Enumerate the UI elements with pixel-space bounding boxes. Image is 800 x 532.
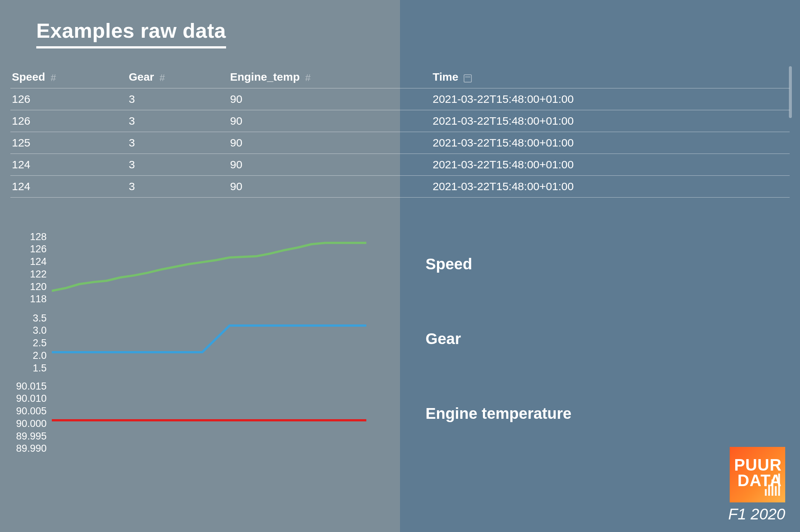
table-row[interactable]: 1263902021-03-22T15:48:00+01:00 bbox=[10, 88, 790, 110]
cell-speed: 124 bbox=[10, 175, 127, 197]
y-tick-label: 1.5 bbox=[33, 362, 47, 375]
col-header-time[interactable]: Time bbox=[431, 66, 790, 88]
cell-time: 2021-03-22T15:48:00+01:00 bbox=[431, 88, 790, 110]
datetime-type-icon bbox=[464, 74, 472, 83]
cell-gear: 3 bbox=[127, 154, 229, 175]
y-tick-label: 90.010 bbox=[16, 393, 47, 405]
chart-title: Speed bbox=[426, 255, 472, 273]
chart-title: Engine temperature bbox=[426, 405, 571, 422]
table-row[interactable]: 1243902021-03-22T15:48:00+01:00 bbox=[10, 175, 790, 197]
number-type-icon bbox=[50, 72, 56, 84]
logo-bars-icon bbox=[765, 474, 780, 496]
y-tick-label: 2.0 bbox=[33, 350, 47, 362]
cell-gear: 3 bbox=[127, 88, 229, 110]
y-axis: 128126124122120118 bbox=[10, 231, 52, 297]
y-tick-label: 124 bbox=[30, 256, 47, 268]
cell-time: 2021-03-22T15:48:00+01:00 bbox=[431, 154, 790, 175]
cell-engine_temp: 90 bbox=[229, 88, 431, 110]
col-header-speed[interactable]: Speed bbox=[10, 66, 127, 88]
y-tick-label: 3.5 bbox=[33, 312, 47, 325]
cell-engine_temp: 90 bbox=[229, 175, 431, 197]
cell-time: 2021-03-22T15:48:00+01:00 bbox=[431, 175, 790, 197]
chart-plot-area bbox=[52, 380, 366, 447]
cell-speed: 126 bbox=[10, 110, 127, 132]
cell-engine_temp: 90 bbox=[229, 132, 431, 154]
col-header-label: Gear bbox=[129, 71, 154, 83]
cell-gear: 3 bbox=[127, 132, 229, 154]
puur-data-logo: PUUR DATA bbox=[730, 447, 785, 502]
y-tick-label: 128 bbox=[30, 231, 47, 243]
y-tick-label: 126 bbox=[30, 243, 47, 256]
number-type-icon bbox=[305, 72, 310, 84]
table-row[interactable]: 1263902021-03-22T15:48:00+01:00 bbox=[10, 110, 790, 132]
raw-data-table: Speed Gear Engine_temp Time bbox=[10, 66, 790, 198]
cell-gear: 3 bbox=[127, 175, 229, 197]
col-header-label: Engine_temp bbox=[230, 71, 300, 83]
col-header-engine-temp[interactable]: Engine_temp bbox=[229, 66, 431, 88]
table-row[interactable]: 1243902021-03-22T15:48:00+01:00 bbox=[10, 154, 790, 175]
cell-speed: 126 bbox=[10, 88, 127, 110]
y-tick-label: 89.995 bbox=[16, 430, 47, 443]
y-tick-label: 90.015 bbox=[16, 380, 47, 393]
cell-engine_temp: 90 bbox=[229, 154, 431, 175]
y-tick-label: 3.0 bbox=[33, 324, 47, 337]
cell-time: 2021-03-22T15:48:00+01:00 bbox=[431, 132, 790, 154]
number-type-icon bbox=[159, 72, 165, 84]
cell-gear: 3 bbox=[127, 110, 229, 132]
y-tick-label: 90.005 bbox=[16, 405, 47, 418]
y-tick-label: 2.5 bbox=[33, 337, 47, 350]
chart-gear: 3.53.02.52.01.5Gear bbox=[10, 312, 790, 366]
footer-caption: F1 2020 bbox=[728, 505, 785, 523]
y-tick-label: 89.990 bbox=[16, 442, 47, 455]
chart-speed: 128126124122120118Speed bbox=[10, 231, 790, 297]
cell-time: 2021-03-22T15:48:00+01:00 bbox=[431, 110, 790, 132]
chart-plot-area bbox=[52, 312, 366, 366]
y-tick-label: 118 bbox=[30, 293, 47, 306]
cell-engine_temp: 90 bbox=[229, 110, 431, 132]
y-tick-label: 90.000 bbox=[16, 418, 47, 430]
table-row[interactable]: 1253902021-03-22T15:48:00+01:00 bbox=[10, 132, 790, 154]
y-axis: 3.53.02.52.01.5 bbox=[10, 312, 52, 366]
chart-engine-temperature: 90.01590.01090.00590.00089.99589.990Engi… bbox=[10, 380, 790, 447]
y-tick-label: 122 bbox=[30, 268, 47, 281]
y-tick-label: 120 bbox=[30, 281, 47, 293]
cell-speed: 124 bbox=[10, 154, 127, 175]
col-header-label: Speed bbox=[12, 71, 45, 83]
cell-speed: 125 bbox=[10, 132, 127, 154]
page-title: Examples raw data bbox=[36, 18, 226, 48]
col-header-label: Time bbox=[433, 71, 458, 83]
col-header-gear[interactable]: Gear bbox=[127, 66, 229, 88]
table-scrollbar[interactable] bbox=[789, 66, 792, 118]
y-axis: 90.01590.01090.00590.00089.99589.990 bbox=[10, 380, 52, 447]
chart-title: Gear bbox=[426, 330, 461, 348]
chart-plot-area bbox=[52, 231, 366, 297]
